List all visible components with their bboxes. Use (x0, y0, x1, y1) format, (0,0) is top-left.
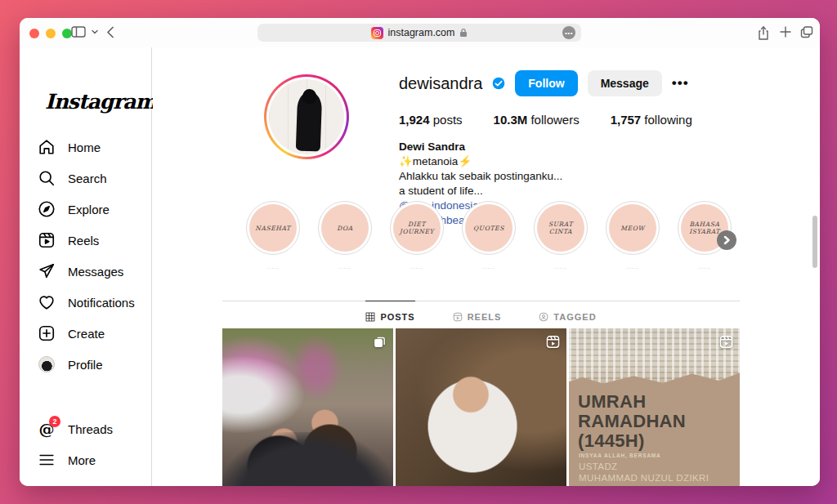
sidebar-item-profile[interactable]: Profile (20, 349, 151, 380)
address-bar[interactable]: instagram.com ••• (257, 24, 581, 42)
url-text: instagram.com (388, 27, 455, 38)
highlight-caption: ····· (267, 265, 280, 270)
highlight-caption: ····· (411, 265, 423, 270)
sidebar-item-home[interactable]: Home (20, 132, 151, 163)
sidebar-item-reels[interactable]: Reels (20, 225, 151, 256)
tagged-icon (539, 312, 548, 322)
sidebar-item-label: Notifications (68, 296, 135, 310)
sidebar-nav-bottom: @ 2 Threads More (20, 413, 151, 475)
sidebar-item-more[interactable]: More (20, 444, 151, 475)
create-plus-icon (38, 324, 56, 342)
sidebar-item-create[interactable]: Create (20, 318, 151, 349)
sidebar-item-search[interactable]: Search (20, 163, 151, 194)
follow-button[interactable]: Follow (515, 70, 577, 96)
story-ring[interactable] (264, 74, 349, 159)
highlight-caption: ····· (339, 265, 351, 270)
highlight-caption: ····· (627, 265, 639, 270)
options-icon[interactable]: ••• (672, 75, 689, 91)
profile-photo-figure (296, 91, 322, 151)
post-thumbnail-3[interactable]: UMRAH RAMADHAN (1445H) INSYAA ALLAH, BER… (569, 328, 740, 486)
highlight-surat-cinta[interactable]: SURAT CINTA ····· (525, 201, 597, 270)
profile-photo (269, 79, 344, 154)
poster-title: UMRAH RAMADHAN (1445H) (578, 392, 709, 451)
poster-photo-strip (569, 328, 740, 385)
poster-speaker: USTADZ MUHAMMAD NUZUL DZIKRI (579, 461, 709, 484)
stats-row: 1,924 posts 10.3M followers 1,757 follow… (399, 113, 692, 127)
traffic-lights (29, 29, 72, 38)
post-thumbnail-1[interactable] (222, 328, 393, 486)
close-window-button[interactable] (29, 29, 39, 38)
highlight-quotes[interactable]: QUOTES ····· (453, 201, 525, 270)
tab-overview-icon[interactable] (800, 26, 813, 38)
highlights-row: NASEHAT ····· DOA ····· DIET JOURNEY ···… (237, 201, 741, 270)
sidebar-nav: Home Search Explore Reels (20, 132, 151, 380)
chevron-down-icon[interactable] (92, 29, 98, 34)
post-photo (222, 328, 393, 486)
back-button[interactable] (106, 26, 114, 38)
highlight-doa[interactable]: DOA ····· (309, 201, 381, 270)
sidebar-item-label: More (68, 453, 96, 467)
threads-badge: 2 (49, 416, 60, 427)
poster-subtitle: INSYAA ALLAH, BERSAMA (579, 453, 661, 458)
hamburger-menu-icon (38, 451, 56, 469)
scrollbar-thumb[interactable] (812, 216, 817, 268)
home-icon (38, 138, 56, 156)
sidebar-item-notifications[interactable]: Notifications (20, 287, 151, 318)
profile-avatar-icon (38, 355, 56, 373)
threads-icon: @ 2 (38, 420, 56, 438)
highlight-meow[interactable]: MEOW ····· (597, 201, 669, 270)
chevron-right-icon (722, 235, 732, 245)
tab-label: POSTS (380, 312, 414, 322)
sidebar-item-label: Reels (68, 234, 99, 248)
bio-name: Dewi Sandra (399, 140, 611, 154)
share-icon[interactable] (758, 26, 769, 40)
grid-icon (365, 312, 375, 322)
tab-label: REELS (468, 312, 502, 322)
bio-line: a student of life... (399, 184, 611, 198)
reel-icon (546, 335, 560, 349)
bio-line: ✨metanoia⚡ (399, 154, 611, 169)
sidebar-item-explore[interactable]: Explore (20, 194, 151, 225)
followers-stat[interactable]: 10.3M followers (494, 113, 580, 127)
sidebar-item-label: Messages (68, 265, 123, 279)
sidebar-item-label: Threads (68, 422, 113, 436)
instagram-sidebar: Instagram Home Search Explore (20, 47, 152, 486)
sidebar-item-threads[interactable]: @ 2 Threads (20, 413, 151, 444)
post-photo (396, 328, 566, 486)
following-stat[interactable]: 1,757 following (611, 113, 692, 127)
page-settings-icon[interactable]: ••• (562, 26, 575, 39)
browser-toolbar: instagram.com ••• (20, 18, 820, 47)
sidebar-item-label: Search (68, 172, 107, 185)
highlight-nasehat[interactable]: NASEHAT ····· (237, 201, 309, 270)
post-thumbnail-2[interactable] (396, 328, 566, 486)
sidebar-toggle-icon[interactable] (71, 26, 86, 38)
highlight-caption: ····· (555, 265, 567, 270)
username: dewisandra (399, 74, 482, 93)
highlight-diet-journey[interactable]: DIET JOURNEY ····· (381, 201, 453, 270)
sidebar-item-label: Explore (68, 203, 110, 216)
lock-icon (459, 28, 468, 38)
bio-line: Ahlakku tak sebaik postinganku... (399, 169, 611, 184)
posts-grid: UMRAH RAMADHAN (1445H) INSYAA ALLAH, BER… (222, 328, 740, 486)
instagram-logo[interactable]: Instagram (45, 90, 156, 114)
tab-label: TAGGED (553, 312, 596, 322)
sidebar-item-label: Home (68, 140, 101, 154)
highlight-caption: ····· (483, 265, 495, 270)
carousel-icon (373, 335, 387, 349)
highlight-caption: ····· (699, 265, 711, 270)
tab-posts[interactable]: POSTS (365, 301, 414, 332)
minimize-window-button[interactable] (46, 29, 56, 38)
highlights-next-button[interactable] (717, 230, 736, 250)
messenger-icon (38, 262, 56, 280)
new-tab-icon[interactable] (780, 26, 791, 38)
posts-stat: 1,924 posts (399, 113, 463, 127)
heart-icon (38, 293, 56, 311)
message-button[interactable]: Message (588, 70, 662, 96)
explore-compass-icon (38, 200, 56, 218)
sidebar-item-label: Profile (68, 358, 103, 372)
browser-window: instagram.com ••• Instagram (20, 18, 820, 486)
profile-page: dewisandra Follow Message ••• 1,924 post… (153, 47, 820, 486)
sidebar-item-messages[interactable]: Messages (20, 256, 151, 287)
reels-tab-icon (453, 312, 463, 322)
search-icon (38, 169, 56, 187)
